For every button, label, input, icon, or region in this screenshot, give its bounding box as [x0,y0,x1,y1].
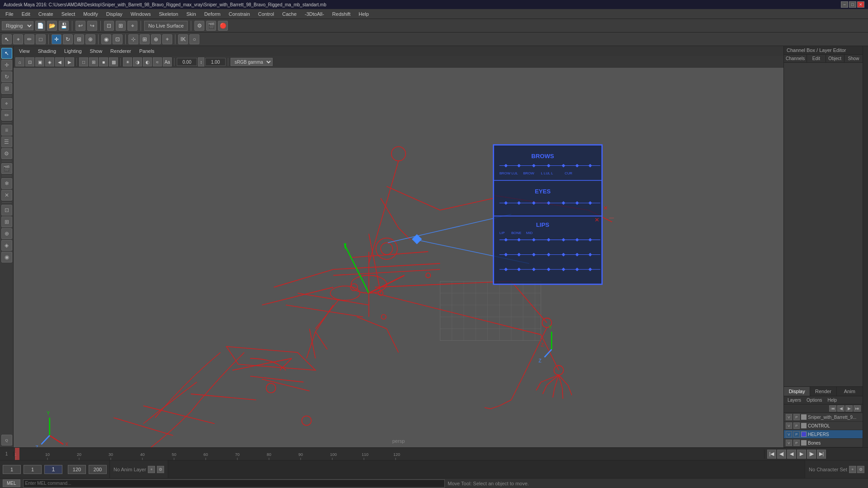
snap-grid2-btn[interactable]: ⊞ [140,34,150,44]
tab-render[interactable]: Render [810,387,836,396]
step-back-btn[interactable]: ◀| [777,450,786,459]
select-all-btn[interactable]: ⊡ [104,21,114,31]
attr-sidebar-btn[interactable]: ⚙ [1,148,12,159]
snap-point-btn[interactable]: ⊹ [128,34,138,44]
btn-extra1[interactable]: ⊡ [1,205,12,216]
rotate-tool-btn[interactable]: ↻ [63,34,73,44]
menu-edit[interactable]: Edit [18,10,34,18]
menu-constrain[interactable]: Constrain [225,10,254,18]
lasso-sidebar-btn[interactable]: ⌖ [1,98,12,109]
lasso-tool-btn[interactable]: ⌖ [13,34,23,44]
menu-windows[interactable]: Windows [127,10,155,18]
menu-skeleton[interactable]: Skeleton [155,10,182,18]
outliner-sidebar-btn[interactable]: ☰ [1,136,12,147]
redo-btn[interactable]: ↪ [87,21,97,31]
shadow-btn[interactable]: ◑ [133,57,142,66]
vp-panels-menu[interactable]: Panels [136,47,158,55]
wireframe-btn[interactable]: ⊞ [89,57,98,66]
cam-frame-btn[interactable]: ▣ [35,57,44,66]
render-settings-btn[interactable]: ⚙ [194,21,204,31]
select-tool-btn[interactable]: ↖ [2,34,12,44]
delete-sidebar-btn[interactable]: ✕ [1,190,12,201]
move-tool-btn[interactable]: ✛ [52,34,61,44]
tab-object[interactable]: Object [826,55,844,62]
layer-sniper-p[interactable]: P [793,414,800,420]
layer-sniper-v[interactable]: V [786,414,792,420]
snap-grid-btn[interactable]: ⊞ [116,21,126,31]
paint-select-btn[interactable]: ✏ [24,34,34,44]
ik-fk-btn[interactable]: IK [178,34,188,44]
layer-nav-fwd[interactable]: ▶ [845,405,853,412]
scale-sidebar-btn[interactable]: ⊞ [1,83,12,94]
help-tab[interactable]: Help [826,397,839,403]
menu-skin[interactable]: Skin [183,10,199,18]
char-set-settings-btn[interactable]: ⚙ [857,466,864,473]
textured-btn[interactable]: ▩ [109,57,118,66]
play-back-btn[interactable]: ◀ [787,450,796,459]
btn-extra4[interactable]: ◈ [1,240,12,251]
soft-select-btn[interactable]: ◉ [101,34,111,44]
tab-edit[interactable]: Edit [807,55,826,62]
close-button[interactable]: ✕ [857,1,864,8]
gamma-select[interactable]: sRGB gamma [231,58,273,66]
frame-field-blue[interactable] [44,465,62,474]
cam-prev-btn[interactable]: ◀ [55,57,64,66]
minimize-button[interactable]: – [841,1,848,8]
rotate-sidebar-btn[interactable]: ↻ [1,71,12,82]
skip-to-end-btn[interactable]: ▶| [817,450,826,459]
layer-bones-p[interactable]: P [793,440,800,446]
options-tab[interactable]: Options [805,397,824,403]
mel-input[interactable] [23,479,445,488]
pivot-btn[interactable]: ⊡ [113,34,123,44]
vp-show-menu[interactable]: Show [86,47,106,55]
menu-cache[interactable]: Cache [278,10,300,18]
tab-anim[interactable]: Anim [837,387,863,396]
menu-file[interactable]: File [2,10,17,18]
universal-tool-btn[interactable]: ⊕ [85,34,95,44]
vp-lighting-menu[interactable]: Lighting [61,47,85,55]
layer-control-p[interactable]: P [793,422,800,429]
tab-show[interactable]: Show [844,55,863,62]
paint-sidebar-btn[interactable]: ✏ [1,110,12,121]
mode-selector[interactable]: Rigging [2,21,33,30]
layer-helpers-v[interactable]: V [786,431,792,437]
draw-mode-btn[interactable]: □ [79,57,88,66]
frame-field2[interactable] [24,465,42,474]
menu-redshift[interactable]: Redshift [329,10,354,18]
menu-select[interactable]: Select [58,10,79,18]
ipr-btn[interactable]: 🔴 [218,21,228,31]
maximize-button[interactable]: □ [849,1,856,8]
tab-display[interactable]: Display [784,387,810,396]
anim-layer-settings-btn[interactable]: ⚙ [157,466,164,473]
motion-blur-btn[interactable]: ≈ [153,57,162,66]
play-fwd-btn[interactable]: ▶ [797,450,806,459]
layer-nav-back[interactable]: ◀ [837,405,844,412]
open-btn[interactable]: 📂 [47,21,57,31]
select-region-btn[interactable]: □ [36,34,46,44]
step-fwd-btn[interactable]: |▶ [807,450,816,459]
quick-sel-btn[interactable]: Q [1,435,12,446]
cam-fit-btn[interactable]: ⊡ [25,57,34,66]
save-btn[interactable]: 💾 [59,21,69,31]
cam-home-btn[interactable]: ⌂ [15,57,24,66]
vp-view-menu[interactable]: View [15,47,33,55]
anim-layer-add-btn[interactable]: + [148,466,155,473]
btn-extra5[interactable]: ◉ [1,252,12,263]
snap-live-btn[interactable]: + [162,34,172,44]
camera-scale-input[interactable]: 1.00 [205,58,226,66]
aa-btn[interactable]: Aa [163,57,172,66]
freeze-sidebar-btn[interactable]: ❄ [1,178,12,189]
current-frame-input[interactable] [3,465,21,474]
scale-tool-btn[interactable]: ⊞ [74,34,84,44]
btn-extra3[interactable]: ⊕ [1,228,12,239]
char-set-add-btn[interactable]: + [849,466,856,473]
range-end-input[interactable] [89,465,107,474]
menu-create[interactable]: Create [35,10,57,18]
orient-joint-btn[interactable]: ○ [189,34,199,44]
undo-btn[interactable]: ↩ [75,21,85,31]
viewport[interactable]: View Shading Lighting Show Renderer Pane… [14,46,783,447]
menu-deform[interactable]: Deform [201,10,224,18]
right-scrollbar[interactable] [863,46,868,447]
menu-3dtoall[interactable]: -3DtoAll- [301,10,328,18]
layers-sidebar-btn[interactable]: ≡ [1,125,12,136]
